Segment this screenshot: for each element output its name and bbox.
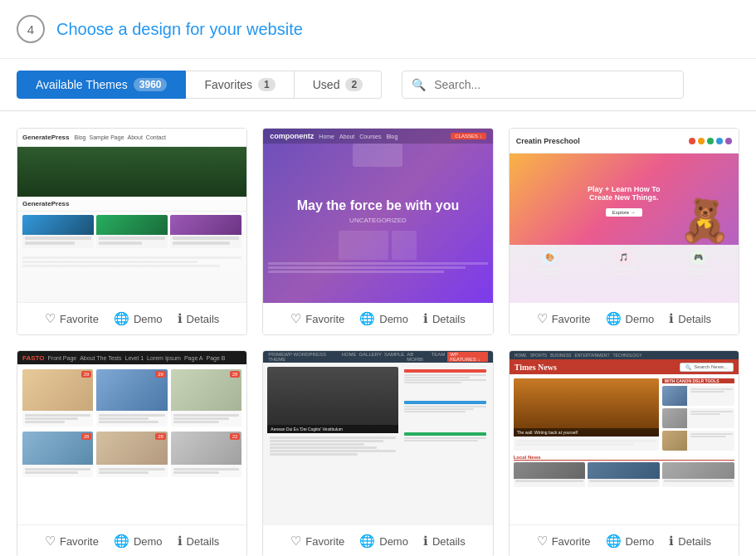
globe-icon: 🌐 — [606, 534, 622, 549]
theme-preview-timesnews: HOMESPORTSBUSINESSENTERTAINMENTTECHNOLOG… — [510, 351, 739, 525]
globe-icon: 🌐 — [114, 534, 129, 549]
tabs-bar: Available Themes 3960 Favorites 1 Used 2… — [0, 59, 756, 111]
tn-top-bar: HOMESPORTSBUSINESSENTERTAINMENTTECHNOLOG… — [510, 351, 739, 359]
demo-button-preschool[interactable]: 🌐 Demo — [606, 311, 655, 326]
tn-header: Times News 🔍Search News... — [510, 359, 739, 374]
theme-actions-generatepress: ♡ Favorite 🌐 Demo ℹ Details — [17, 303, 246, 334]
prime-main: Aenean Dui Es 'Dei Cogitis' Vestibulum — [263, 363, 492, 463]
theme-preview-primewp: PRIMEWP WORDPRESS THEME HOMEGALLERYSAMPL… — [263, 351, 492, 525]
theme-card-generatepress: GeneratePress BlogSample PageAboutContac… — [17, 128, 247, 335]
fasto-grid: 29 29 — [17, 364, 246, 432]
globe-icon: 🌐 — [359, 311, 375, 326]
heart-icon: ♡ — [45, 311, 56, 326]
demo-button-fasto[interactable]: 🌐 Demo — [114, 534, 163, 549]
ps-header: Creatin Preschool — [510, 129, 739, 154]
favorite-button-componentz[interactable]: ♡ Favorite — [290, 311, 344, 326]
cz-nav: componentz HomeAboutCoursesBlog CLASSES … — [263, 129, 492, 144]
tab-available-themes[interactable]: Available Themes 3960 — [17, 71, 186, 99]
fasto-bottom-grid: 28 28 — [17, 432, 246, 482]
cz-tagline: May the force be with you — [297, 198, 460, 213]
globe-icon: 🌐 — [359, 534, 375, 549]
favorite-button-generatepress[interactable]: ♡ Favorite — [45, 311, 99, 326]
theme-card-componentz: componentz HomeAboutCoursesBlog CLASSES … — [262, 128, 493, 335]
theme-preview-fasto: FASTO Front PageAbout The TestsLevel 1Lo… — [17, 351, 246, 525]
favorite-button-fasto[interactable]: ♡ Favorite — [45, 534, 99, 549]
info-icon: ℹ — [178, 534, 183, 549]
details-button-generatepress[interactable]: ℹ Details — [178, 311, 220, 326]
page-header: 4 Choose a design for your website — [0, 0, 756, 59]
cz-sub: UNCATEGORIZED — [349, 217, 407, 224]
tn-local: Local News — [510, 455, 739, 491]
info-icon: ℹ — [669, 311, 674, 326]
demo-button-generatepress[interactable]: 🌐 Demo — [114, 311, 163, 326]
info-icon: ℹ — [669, 534, 674, 549]
favorite-button-primewp[interactable]: ♡ Favorite — [290, 534, 344, 549]
theme-actions-componentz: ♡ Favorite 🌐 Demo ℹ Details — [263, 303, 492, 334]
info-icon: ℹ — [423, 311, 428, 326]
tn-feat-overlay: The wall: Writing back at yourself — [514, 428, 659, 437]
search-input[interactable] — [402, 71, 684, 99]
tn-aside: WITH CANON DSLR TOOLS — [662, 378, 734, 451]
details-button-timesnews[interactable]: ℹ Details — [669, 534, 711, 549]
gp-header: GeneratePress BlogSample PageAboutContac… — [17, 129, 246, 147]
heart-icon: ♡ — [537, 311, 548, 326]
favorite-button-preschool[interactable]: ♡ Favorite — [537, 311, 591, 326]
info-icon: ℹ — [178, 311, 183, 326]
info-icon: ℹ — [423, 534, 428, 549]
tab-favorites[interactable]: Favorites 1 — [186, 71, 294, 99]
globe-icon: 🌐 — [606, 311, 622, 326]
ps-services: 🎨 🎵 🎮 — [510, 245, 739, 280]
ps-headline: Play + Learn How ToCreate New Things. — [581, 182, 667, 205]
demo-button-componentz[interactable]: 🌐 Demo — [359, 311, 408, 326]
themes-grid: GeneratePress BlogSample PageAboutContac… — [0, 111, 756, 556]
details-button-componentz[interactable]: ℹ Details — [423, 311, 466, 326]
theme-card-primewp: PRIMEWP WORDPRESS THEME HOMEGALLERYSAMPL… — [262, 350, 493, 556]
step-circle: 4 — [17, 15, 45, 43]
bear-emoji: 🧸 — [679, 197, 730, 245]
tn-logo: Times News — [515, 363, 557, 372]
page-title: Choose a design for your website — [56, 20, 303, 39]
tn-main: The wall: Writing back at yourself WITH … — [510, 374, 739, 455]
tab-used[interactable]: Used 2 — [295, 71, 382, 99]
details-button-primewp[interactable]: ℹ Details — [423, 534, 466, 549]
theme-preview-generatepress: GeneratePress BlogSample PageAboutContac… — [17, 129, 246, 303]
demo-button-primewp[interactable]: 🌐 Demo — [359, 534, 408, 549]
heart-icon: ♡ — [537, 534, 548, 549]
theme-actions-fasto: ♡ Favorite 🌐 Demo ℹ Details — [17, 525, 246, 556]
favorite-button-timesnews[interactable]: ♡ Favorite — [537, 534, 591, 549]
theme-card-fasto: FASTO Front PageAbout The TestsLevel 1Lo… — [17, 350, 247, 556]
gp-hero — [17, 147, 246, 197]
details-button-preschool[interactable]: ℹ Details — [669, 311, 711, 326]
theme-actions-primewp: ♡ Favorite 🌐 Demo ℹ Details — [263, 525, 492, 556]
globe-icon: 🌐 — [114, 311, 129, 326]
details-button-fasto[interactable]: ℹ Details — [178, 534, 220, 549]
search-icon: 🔍 — [412, 78, 426, 91]
theme-preview-componentz: componentz HomeAboutCoursesBlog CLASSES … — [263, 129, 492, 303]
tn-local-grid — [514, 462, 734, 487]
search-box: 🔍 — [402, 71, 684, 99]
heart-icon: ♡ — [290, 534, 301, 549]
theme-preview-preschool: Creatin Preschool 🧸 Play + Learn How ToC… — [510, 129, 739, 303]
theme-card-timesnews: HOMESPORTSBUSINESSENTERTAINMENTTECHNOLOG… — [509, 350, 739, 556]
tn-local-title: Local News — [514, 455, 734, 461]
ps-hero: 🧸 Play + Learn How ToCreate New Things. … — [510, 154, 739, 245]
gp-nav: BlogSample PageAboutContact — [74, 134, 165, 140]
heart-icon: ♡ — [290, 311, 301, 326]
fasto-header: FASTO Front PageAbout The TestsLevel 1Lo… — [17, 351, 246, 364]
theme-actions-timesnews: ♡ Favorite 🌐 Demo ℹ Details — [510, 525, 739, 556]
theme-card-preschool: Creatin Preschool 🧸 Play + Learn How ToC… — [509, 128, 739, 335]
demo-button-timesnews[interactable]: 🌐 Demo — [606, 534, 655, 549]
theme-actions-preschool: ♡ Favorite 🌐 Demo ℹ Details — [510, 303, 739, 334]
prime-header: PRIMEWP WORDPRESS THEME HOMEGALLERYSAMPL… — [263, 351, 492, 363]
heart-icon: ♡ — [45, 534, 56, 549]
gp-content — [17, 212, 246, 251]
